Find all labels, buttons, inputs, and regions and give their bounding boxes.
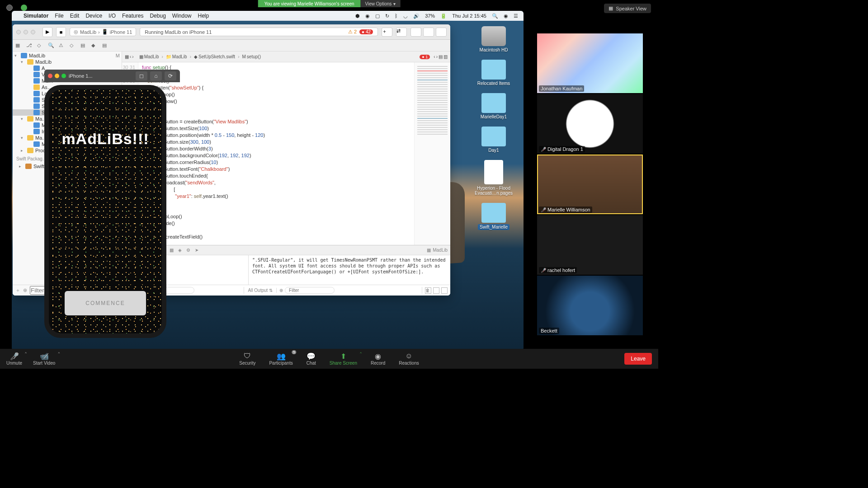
error-badge[interactable]: ● 42 [359,29,373,34]
simulator-screen[interactable]: mAdLiBs!!! COMMENCE [49,89,162,333]
sync-icon[interactable]: ◉ [365,13,370,19]
process-name[interactable]: MadLib [433,248,448,253]
menu-io[interactable]: I/O [108,13,116,19]
menu-features[interactable]: Features [122,13,143,19]
simulator-title-bar[interactable]: iPhone 1... ◻ ⌂ ⟳ [44,70,180,82]
bluetooth-icon[interactable]: ᛒ [395,13,398,19]
siri-icon[interactable]: ◉ [504,13,508,19]
menu-edit[interactable]: Edit [70,13,80,19]
editor-options-icon[interactable]: ▤ [439,54,443,59]
chevron-down-icon: ▾ [393,1,396,6]
minimap[interactable] [414,62,450,245]
window-traffic-lights[interactable] [16,30,35,34]
home-icon[interactable]: ⌂ [150,71,162,80]
run-button[interactable]: ▶ [42,27,52,37]
rotate-icon[interactable]: ⟳ [165,71,176,80]
simulator-device-name: iPhone 1... [69,73,93,79]
screenshot-icon[interactable]: ◻ [136,71,147,80]
toggle-navigator-button[interactable] [410,28,421,37]
breakpoint-nav-icon[interactable]: ◆ [91,42,98,49]
console-output[interactable]: ".SFUI-Regular", it will get TimesNewRom… [249,255,450,285]
video-tile[interactable]: 🎤̸rachel hofert [537,215,643,275]
add-icon[interactable]: ＋ [15,287,20,294]
debug-nav-icon[interactable]: ▤ [80,42,87,49]
record-button[interactable]: ◉ Record [371,352,385,366]
battery-percent[interactable]: 37% [425,13,435,19]
chevron-up-icon[interactable]: ^ [25,351,27,355]
trash-icon[interactable]: 🗑 [425,287,431,294]
reactions-button[interactable]: ☺ Reactions [399,352,419,366]
clock[interactable]: Thu Jul 2 15:45 [452,13,486,19]
find-nav-icon[interactable]: 🔍 [48,42,54,49]
volume-icon[interactable]: 🔊 [413,13,420,19]
scheme-selector[interactable]: ◎ MadLib › 📱 iPhone 11 [70,28,136,36]
airplay-icon[interactable]: ▢ [375,13,380,19]
forward-icon[interactable]: › [132,54,133,59]
toggle-right-pane-icon[interactable] [441,287,448,294]
info-icon[interactable] [6,5,13,11]
source-control-nav-icon[interactable]: ⎇ [26,42,33,49]
view-options-dropdown[interactable]: View Options ▾ [361,0,401,7]
video-tile[interactable]: 🎤̸Digital Dragon 1 [537,94,643,154]
participants-button[interactable]: 👥 5 Participants [269,352,292,366]
jump-error-badge[interactable]: ● 1 [420,55,430,59]
desktop-icon[interactable]: Day1 [481,127,506,153]
toggle-left-pane-icon[interactable] [433,287,439,294]
prev-issue-icon[interactable]: ‹ [434,54,435,59]
desktop-icon[interactable]: Macintosh HD [480,26,508,52]
report-nav-icon[interactable]: ▤ [102,42,108,49]
menu-debug[interactable]: Debug [150,13,165,19]
project-nav-icon[interactable]: ▦ [15,42,22,49]
chevron-up-icon[interactable]: ^ [58,351,60,355]
desktop-icon[interactable]: Hyperion - Flood Evacuati…n.pages [472,160,515,196]
start-video-button[interactable]: 📹̸ Start Video ^ [33,352,55,366]
toggle-debug-button[interactable] [423,28,434,37]
add-editor-icon[interactable]: ▥ [443,54,448,59]
security-button[interactable]: 🛡 Security [239,352,255,366]
next-issue-icon[interactable]: › [436,54,438,59]
menu-help[interactable]: Help [198,13,209,19]
share-screen-button[interactable]: ⬆ Share Screen ^ [330,352,357,366]
symbol-nav-icon[interactable]: ◇ [37,42,43,49]
warning-icon[interactable]: ⚠ 2 [348,29,357,35]
navigator-row[interactable]: ▾MadLib [13,59,122,65]
test-nav-icon[interactable]: ◇ [70,42,76,49]
issue-nav-icon[interactable]: ⚠ [59,42,65,49]
speaker-view-button[interactable]: ▦ Speaker View [604,4,651,13]
output-selector[interactable]: All Output ⇅ [244,288,277,293]
navigator-row[interactable]: ▾MadLibM [13,52,122,59]
wifi-icon[interactable]: ◡ [403,13,408,19]
chat-button[interactable]: 💬 Chat [307,352,316,366]
leave-button[interactable]: Leave [624,353,652,365]
unmute-button[interactable]: 🎤̸ Unmute ^ [6,352,22,366]
chevron-up-icon[interactable]: ^ [360,351,362,355]
app-title-label: mAdLiBs!!! [49,130,162,148]
notification-center-icon[interactable]: ☰ [514,13,518,19]
back-icon[interactable]: ‹ [130,54,131,59]
toggle-inspector-button[interactable] [436,28,447,37]
stop-button[interactable]: ■ [56,27,66,37]
window-traffic-lights[interactable] [48,74,66,78]
location-icon[interactable]: ➤ [195,248,198,253]
toolbar-code-review[interactable]: ⇄ [396,28,407,37]
menu-window[interactable]: Window [172,13,192,19]
video-tile[interactable]: Beckett [537,276,643,335]
console-filter-input[interactable] [285,287,335,294]
video-tile[interactable]: Jonathan Kaufman [537,33,643,93]
video-tile[interactable]: 🎤̸Marielle Williamson [537,155,643,214]
app-menu[interactable]: Simulator [24,13,48,19]
spotlight-icon[interactable]: 🔍 [492,13,498,19]
menu-device[interactable]: Device [85,13,102,19]
timemachine-icon[interactable]: ↻ [385,13,389,19]
env-override-icon[interactable]: ⚙ [186,248,190,253]
dropbox-icon[interactable]: ⬢ [355,13,360,19]
desktop-icon[interactable]: MarielleDay1 [481,93,507,119]
encryption-icon[interactable] [21,5,27,11]
toolbar-add[interactable]: ＋ [382,28,392,37]
commence-button[interactable]: COMMENCE [65,291,146,315]
desktop-icon[interactable]: Relocated Items [477,60,510,86]
menu-file[interactable]: File [55,13,63,19]
desktop-icon[interactable]: Swift_Marielle [478,203,509,230]
jump-bar[interactable]: ▦ ‹ › ▦ MadLib › 📁 MadLib › ◆ SetUpSketc… [122,52,450,62]
related-items-icon[interactable]: ▦ [125,54,129,59]
